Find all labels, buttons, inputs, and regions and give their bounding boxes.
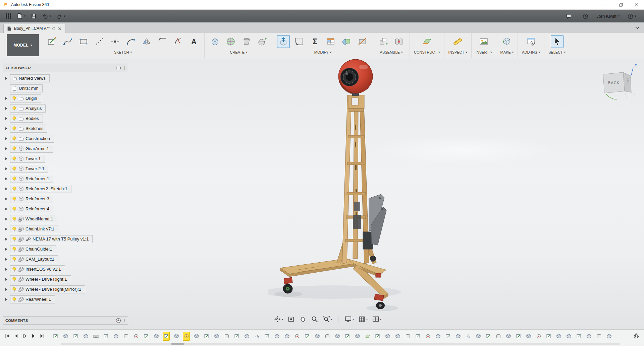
view-cube[interactable]: BACK LEFT Z <box>598 63 640 105</box>
expand-arrow-icon[interactable] <box>3 218 10 220</box>
ribbon-dropdown-assemble[interactable]: ASSEMBLE▾ <box>380 50 403 54</box>
visibility-bulb-icon[interactable] <box>12 156 17 161</box>
expand-arrow-icon[interactable] <box>3 248 10 251</box>
visibility-bulb-icon[interactable] <box>12 236 17 242</box>
browser-grip[interactable]: ∥ <box>124 66 125 70</box>
visibility-bulb-icon[interactable] <box>12 116 17 121</box>
timeline-feature-50-ex[interactable] <box>555 332 562 341</box>
timeline-feature-19-ex[interactable] <box>243 332 250 341</box>
expand-arrow-icon[interactable] <box>3 238 10 240</box>
visibility-bulb-icon[interactable] <box>12 186 17 192</box>
timeline-feature-47-ex[interactable] <box>525 332 532 341</box>
expand-arrow-icon[interactable] <box>3 258 10 261</box>
new-component-button[interactable] <box>377 35 390 48</box>
visibility-bulb-icon[interactable] <box>12 297 17 302</box>
make-3d-print-button[interactable] <box>500 35 513 48</box>
visibility-bulb-icon[interactable] <box>12 146 17 151</box>
timeline-feature-49-sk[interactable] <box>545 332 552 341</box>
change-parameters-button[interactable]: Σ <box>309 35 321 48</box>
timeline-feature-15-sk[interactable] <box>203 332 210 341</box>
insert-canvas-button[interactable] <box>477 35 490 48</box>
timeline-feature-2-sk[interactable] <box>72 332 79 341</box>
timeline-feature-32-sk[interactable] <box>374 332 381 341</box>
timeline-feature-38-ex[interactable] <box>434 332 441 341</box>
comments-header[interactable]: COMMENTS + ∥ <box>3 316 128 325</box>
expand-arrow-icon[interactable] <box>3 167 10 170</box>
timeline-feature-14-ex[interactable] <box>193 332 200 341</box>
comments-grip[interactable]: ∥ <box>124 319 125 322</box>
browser-item-rearwheel-1[interactable]: RearWheel:1 <box>3 294 128 304</box>
visibility-bulb-icon[interactable] <box>12 216 17 222</box>
collapse-all-button[interactable]: − <box>116 66 121 70</box>
timeline-feature-29-sk[interactable] <box>344 332 351 341</box>
expand-arrow-icon[interactable] <box>3 278 10 281</box>
play-button[interactable] <box>21 332 29 340</box>
expand-arrow-icon[interactable] <box>3 137 10 140</box>
timeline-feature-25-sk[interactable] <box>304 332 311 341</box>
expand-arrow-icon[interactable] <box>3 188 10 190</box>
timeline-feature-22-ex[interactable] <box>273 332 280 341</box>
user-account-menu[interactable]: Jörn Kiwitt ▾ <box>596 14 620 19</box>
visibility-bulb-icon[interactable] <box>12 136 17 141</box>
create-sketch-button[interactable] <box>46 35 58 48</box>
ribbon-dropdown-select[interactable]: SELECT▾ <box>548 50 566 54</box>
timeline-feature-48-jt[interactable] <box>535 332 542 341</box>
expand-arrow-icon[interactable] <box>3 127 10 130</box>
browser-item-chainlink-v7-1[interactable]: ChainLink v7:1 <box>3 224 128 234</box>
ribbon-dropdown-modify[interactable]: MODIFY▾ <box>314 50 331 54</box>
scripts-and-addins-button[interactable] <box>525 35 537 48</box>
ribbon-dropdown-add-ins[interactable]: ADD-INS▾ <box>522 50 540 54</box>
timeline-feature-41-mi[interactable] <box>465 332 472 341</box>
sketch-mirror-button[interactable] <box>140 35 153 48</box>
go-to-end-button[interactable] <box>38 332 46 340</box>
timeline-feature-42-ex[interactable] <box>475 332 482 341</box>
undo-button[interactable]: ▾ <box>39 11 54 21</box>
expand-arrow-icon[interactable] <box>3 298 10 301</box>
timeline-feature-34-ex[interactable] <box>394 332 401 341</box>
timeline-feature-8-jt[interactable] <box>132 332 140 341</box>
expand-arrow-icon[interactable] <box>3 178 10 180</box>
visibility-bulb-icon[interactable] <box>12 277 17 282</box>
visibility-bulb-icon[interactable] <box>12 247 17 252</box>
workspace-selector[interactable]: MODEL ▾ <box>7 34 39 56</box>
visibility-bulb-icon[interactable] <box>12 196 17 202</box>
browser-item-cam-layout-1[interactable]: CAM_Layout:1 <box>3 254 128 264</box>
browser-item-bodies[interactable]: Bodies <box>3 114 128 123</box>
timeline-feature-31-pl[interactable] <box>364 332 371 341</box>
browser-item-reinforcer-4[interactable]: Reinforcer:4 <box>3 204 128 214</box>
construction-line-button[interactable] <box>93 35 106 48</box>
display-settings-button[interactable]: ▾ <box>343 315 355 324</box>
browser-item-wheelnema-1[interactable]: WheelNema:1 <box>3 214 128 224</box>
timeline-strip[interactable]: 888 <box>52 332 629 341</box>
timeline-feature-17-cp[interactable] <box>223 332 230 341</box>
close-tab-icon[interactable] <box>58 27 62 30</box>
timeline-feature-10-ex[interactable] <box>153 332 160 341</box>
file-menu-button[interactable]: ▾ <box>14 11 28 21</box>
step-forward-button[interactable] <box>30 332 37 340</box>
zoom-button[interactable] <box>310 315 320 324</box>
browser-item-geararms-1[interactable]: GearArms:1 <box>3 144 128 153</box>
timeline-feature-51-ex[interactable] <box>565 332 572 341</box>
expand-arrow-icon[interactable] <box>3 117 10 120</box>
browser-item-reinforcer-3[interactable]: Reinforcer:3 <box>3 194 128 204</box>
timeline-feature-44-cp[interactable] <box>495 332 502 341</box>
browser-item-nema-17-with-t5-pulley-v1-1[interactable]: NEMA 17 with T5 Pulley v1:1 <box>3 234 128 244</box>
redo-button[interactable]: ▾ <box>53 11 68 21</box>
expand-arrow-icon[interactable] <box>3 198 10 200</box>
viewports-button[interactable]: ▾ <box>371 315 383 324</box>
browser-item-origin[interactable]: Origin <box>3 93 128 103</box>
timeline-feature-11-sk[interactable] <box>163 332 170 341</box>
timeline-feature-6-ex[interactable] <box>112 332 119 341</box>
timeline-feature-21-sk[interactable] <box>263 332 270 341</box>
expand-arrow-icon[interactable] <box>3 147 10 150</box>
timeline-feature-37-jt[interactable] <box>424 332 431 341</box>
measure-button[interactable] <box>451 35 464 48</box>
robot-model[interactable] <box>268 58 402 322</box>
visibility-bulb-icon[interactable] <box>12 267 17 272</box>
visibility-bulb-icon[interactable] <box>12 257 17 262</box>
manage-materials-button[interactable] <box>324 35 337 48</box>
browser-item-wheel-drive-right-mirror-1[interactable]: Wheel - Drive Right(Mirror):1 <box>3 284 128 294</box>
grid-and-snaps-button[interactable]: ▾ <box>357 315 369 324</box>
visibility-bulb-icon[interactable] <box>12 106 17 111</box>
select-button[interactable] <box>551 35 564 48</box>
